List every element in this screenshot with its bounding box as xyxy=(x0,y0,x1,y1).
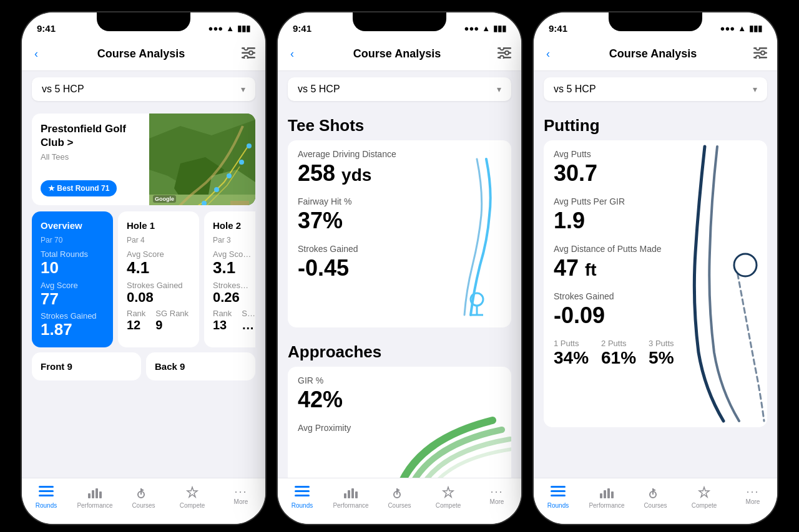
filter-icon-3[interactable] xyxy=(753,47,767,61)
svg-point-34 xyxy=(505,51,509,54)
fairway-label-2: Fairway Hit % xyxy=(298,196,436,206)
nav-compete-3[interactable]: Compete xyxy=(680,483,728,511)
one-putt-col-3: 1 Putts 34% xyxy=(554,339,589,368)
notch-3 xyxy=(609,12,702,31)
hole1-title-1: Hole 1 xyxy=(127,220,190,231)
hole2-sg-rank-1: S…… xyxy=(242,309,255,332)
putts-gir-label-3: Avg Putts Per GIR xyxy=(554,196,686,206)
nav-rounds-2[interactable]: Rounds xyxy=(278,483,326,511)
back9-title-1: Back 9 xyxy=(155,361,247,372)
rounds-label-1: Rounds xyxy=(36,502,57,509)
front9-card-1[interactable]: Front 9 xyxy=(32,352,141,380)
header-title-3: Course Analysis xyxy=(609,47,697,60)
overview-title-1: Overview xyxy=(41,220,104,231)
svg-point-3 xyxy=(244,47,248,50)
three-putt-value-3: 5% xyxy=(649,348,674,368)
back-button-1[interactable]: ‹ xyxy=(32,45,41,63)
nav-courses-1[interactable]: Courses xyxy=(119,483,168,511)
scroll-content-1[interactable]: Prestonfield Golf Club > All Tees ★ Best… xyxy=(22,107,265,478)
scroll-content-3[interactable]: Putting Avg Putts 30.7 Avg Putts Per GIR… xyxy=(534,107,777,478)
more-label-2: More xyxy=(490,498,504,505)
svg-rect-39 xyxy=(295,486,310,488)
course-name-1: Prestonfield Golf Club > xyxy=(41,122,140,150)
avg-score-value-1: 77 xyxy=(41,290,104,308)
course-tees-1: All Tees xyxy=(41,152,140,162)
svg-rect-60 xyxy=(604,490,606,498)
three-putt-col-3: 3 Putts 5% xyxy=(649,339,674,368)
nav-more-2[interactable]: ··· More xyxy=(473,483,521,511)
hole2-card-1[interactable]: Hole 2 Par 3 Avg Sco… 3.1 Strokes… 0.26 … xyxy=(204,211,255,347)
dropdown-arrow-3: ▾ xyxy=(753,84,757,94)
rounds-label-2: Rounds xyxy=(292,502,313,509)
hcp-dropdown-2[interactable]: vs 5 HCP ▾ xyxy=(288,77,511,101)
putts-gir-value-3: 1.9 xyxy=(554,208,686,234)
nav-more-1[interactable]: ··· More xyxy=(217,483,265,511)
stats-row-1[interactable]: Overview Par 70 Total Rounds 10 Avg Scor… xyxy=(32,211,255,347)
nav-compete-1[interactable]: Compete xyxy=(168,483,217,511)
more-label-3: More xyxy=(746,498,760,505)
nav-performance-2[interactable]: Performance xyxy=(326,483,375,511)
phone-3: 9:41 ●●● ▲ ▮▮▮ ‹ Course Analysis xyxy=(534,12,777,524)
filter-icon-2[interactable] xyxy=(498,47,511,61)
avg-putts-value-3: 30.7 xyxy=(554,160,686,186)
hole2-rank-1: Rank13 xyxy=(213,309,232,332)
overview-card-1[interactable]: Overview Par 70 Total Rounds 10 Avg Scor… xyxy=(32,211,113,347)
two-putt-col-3: 2 Putts 61% xyxy=(601,339,636,368)
phones-container: 9:41 ●●● ▲ ▮▮▮ ‹ Course Analysis xyxy=(22,12,777,524)
nav-courses-2[interactable]: Courses xyxy=(375,483,424,511)
course-map-1: Google xyxy=(149,114,255,205)
back9-card-1[interactable]: Back 9 xyxy=(146,352,255,380)
nav-rounds-1[interactable]: Rounds xyxy=(22,483,71,511)
avg-score-label-1: Avg Score xyxy=(41,281,104,290)
putting-graphic-3 xyxy=(686,140,767,427)
phone-1: 9:41 ●●● ▲ ▮▮▮ ‹ Course Analysis xyxy=(22,12,265,524)
more-icon-2: ··· xyxy=(490,486,503,497)
hole1-avg-label-1: Avg Score xyxy=(127,249,190,259)
avg-driving-label-2: Average Driving Distance xyxy=(298,149,436,159)
wifi-icon-2: ▲ xyxy=(482,24,490,33)
nav-more-3[interactable]: ··· More xyxy=(728,483,777,511)
svg-rect-42 xyxy=(344,493,346,498)
performance-icon-3 xyxy=(599,486,614,501)
putting-title-3: Putting xyxy=(534,107,777,140)
status-time-1: 9:41 xyxy=(37,23,56,34)
total-rounds-value-1: 10 xyxy=(41,259,104,277)
performance-icon-2 xyxy=(343,486,358,501)
svg-rect-24 xyxy=(92,490,94,498)
back-button-2[interactable]: ‹ xyxy=(288,45,297,63)
dist-putts-label-3: Avg Distance of Putts Made xyxy=(554,244,686,254)
google-label-1: Google xyxy=(153,195,176,203)
dropdown-row-1: vs 5 HCP ▾ xyxy=(22,71,265,107)
status-time-3: 9:41 xyxy=(549,23,567,34)
hcp-dropdown-1[interactable]: vs 5 HCP ▾ xyxy=(32,77,255,101)
nav-performance-1[interactable]: Performance xyxy=(71,483,119,511)
compete-icon-3 xyxy=(697,486,711,501)
bottom-nav-2: Rounds Performance xyxy=(278,478,521,524)
rounds-label-3: Rounds xyxy=(547,502,569,509)
nav-rounds-3[interactable]: Rounds xyxy=(534,483,582,511)
header-title-2: Course Analysis xyxy=(353,47,441,60)
performance-label-1: Performance xyxy=(77,502,112,509)
back-button-3[interactable]: ‹ xyxy=(544,45,552,63)
svg-rect-45 xyxy=(355,491,358,498)
svg-point-52 xyxy=(756,47,760,50)
approaches-title-2: Approaches xyxy=(278,334,521,367)
battery-icon-1: ▮▮▮ xyxy=(237,24,250,33)
bottom-nav-3: Rounds Performance xyxy=(534,478,777,524)
three-putt-label-3: 3 Putts xyxy=(649,339,674,348)
nav-compete-2[interactable]: Compete xyxy=(424,483,473,511)
courses-label-3: Courses xyxy=(644,502,667,509)
scroll-content-2[interactable]: Tee Shots Average Driving Distance 258 y… xyxy=(278,107,521,478)
filter-icon-1[interactable] xyxy=(242,47,255,61)
hole1-card-1[interactable]: Hole 1 Par 4 Avg Score 4.1 Strokes Gaine… xyxy=(118,211,199,347)
wifi-icon-1: ▲ xyxy=(226,24,234,33)
course-card-1[interactable]: Prestonfield Golf Club > All Tees ★ Best… xyxy=(32,114,255,205)
hcp-dropdown-3[interactable]: vs 5 HCP ▾ xyxy=(544,77,767,101)
svg-point-16 xyxy=(239,160,244,165)
performance-label-3: Performance xyxy=(589,502,624,509)
nav-courses-3[interactable]: Courses xyxy=(631,483,680,511)
nav-performance-3[interactable]: Performance xyxy=(582,483,631,511)
rounds-icon-3 xyxy=(551,486,566,501)
svg-rect-43 xyxy=(348,490,350,498)
app-header-2: ‹ Course Analysis xyxy=(278,40,521,71)
